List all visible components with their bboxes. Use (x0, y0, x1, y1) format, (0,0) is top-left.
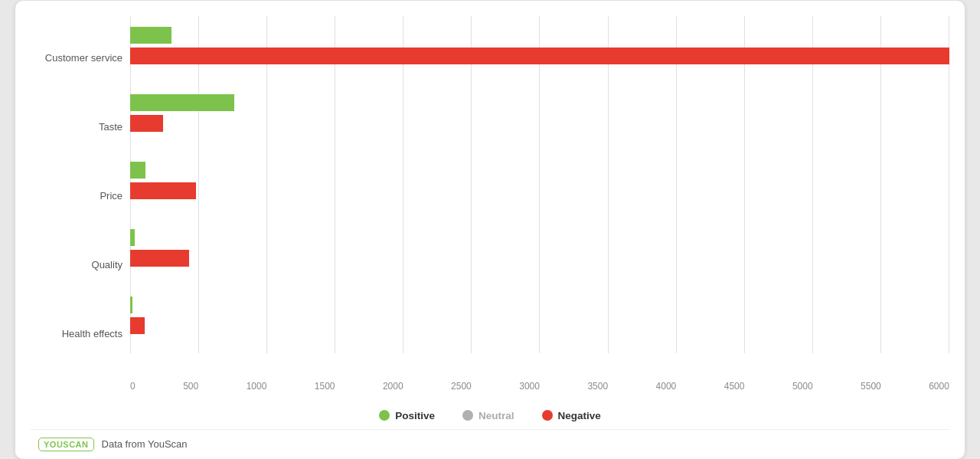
negative-bar (130, 115, 163, 132)
bars-container (130, 16, 949, 376)
negative-bar (130, 48, 949, 64)
chart-area: Customer serviceTastePriceQualityHealth … (31, 16, 949, 399)
x-axis: 0500100015002000250030003500400045005000… (130, 376, 949, 392)
bar-group (130, 151, 949, 212)
positive-bar-row (130, 229, 949, 246)
x-tick-label: 3500 (587, 381, 608, 392)
bar-group (130, 84, 949, 145)
legend-positive: Positive (379, 410, 435, 421)
y-label: Quality (31, 259, 122, 271)
footer: YOUSCAN Data from YouScan (31, 429, 949, 459)
negative-bar-row (130, 182, 949, 199)
negative-bar-row (130, 48, 949, 64)
footer-text: Data from YouScan (102, 438, 188, 450)
positive-bar (130, 94, 234, 111)
chart-legend: Positive Neutral Negative (31, 399, 949, 429)
positive-bar-row (130, 297, 949, 313)
youscan-badge: YOUSCAN (38, 438, 94, 451)
bar-group (130, 16, 949, 77)
positive-bar-row (130, 27, 949, 44)
legend-positive-label: Positive (395, 410, 435, 421)
bar-group (130, 286, 949, 347)
positive-bar (130, 27, 172, 44)
legend-negative-label: Negative (558, 410, 601, 421)
legend-negative: Negative (542, 410, 601, 421)
positive-dot (379, 410, 390, 421)
x-tick-label: 4500 (724, 381, 745, 392)
positive-bar-row (130, 162, 949, 179)
positive-bar (130, 297, 132, 313)
chart-body: 0500100015002000250030003500400045005000… (130, 16, 949, 392)
negative-bar (130, 250, 189, 267)
bar-group (130, 218, 949, 280)
legend-neutral: Neutral (462, 410, 514, 421)
neutral-dot (462, 410, 473, 421)
negative-bar-row (130, 317, 949, 334)
negative-bar (130, 182, 196, 199)
y-label: Taste (31, 121, 122, 133)
positive-bar (130, 162, 145, 179)
y-label: Price (31, 190, 122, 202)
negative-bar-row (130, 115, 949, 132)
positive-bar-row (130, 94, 949, 111)
x-tick-label: 4000 (656, 381, 677, 392)
negative-bar (130, 317, 145, 334)
chart-card: Customer serviceTastePriceQualityHealth … (15, 1, 965, 459)
positive-bar (130, 229, 135, 246)
legend-neutral-label: Neutral (479, 410, 514, 421)
x-tick-label: 6000 (929, 381, 949, 392)
x-tick-label: 2500 (451, 381, 472, 392)
x-tick-label: 0 (130, 381, 136, 392)
x-tick-label: 3000 (519, 381, 540, 392)
y-label: Customer service (31, 52, 122, 64)
x-tick-label: 5000 (792, 381, 813, 392)
y-label: Health effects (31, 328, 122, 340)
negative-bar-row (130, 250, 949, 267)
y-axis-labels: Customer serviceTastePriceQualityHealth … (31, 16, 130, 392)
x-tick-label: 2000 (383, 381, 403, 392)
negative-dot (542, 410, 553, 421)
x-tick-label: 500 (183, 381, 198, 392)
x-tick-label: 5500 (861, 381, 881, 392)
x-tick-label: 1000 (247, 381, 267, 392)
x-tick-label: 1500 (315, 381, 335, 392)
